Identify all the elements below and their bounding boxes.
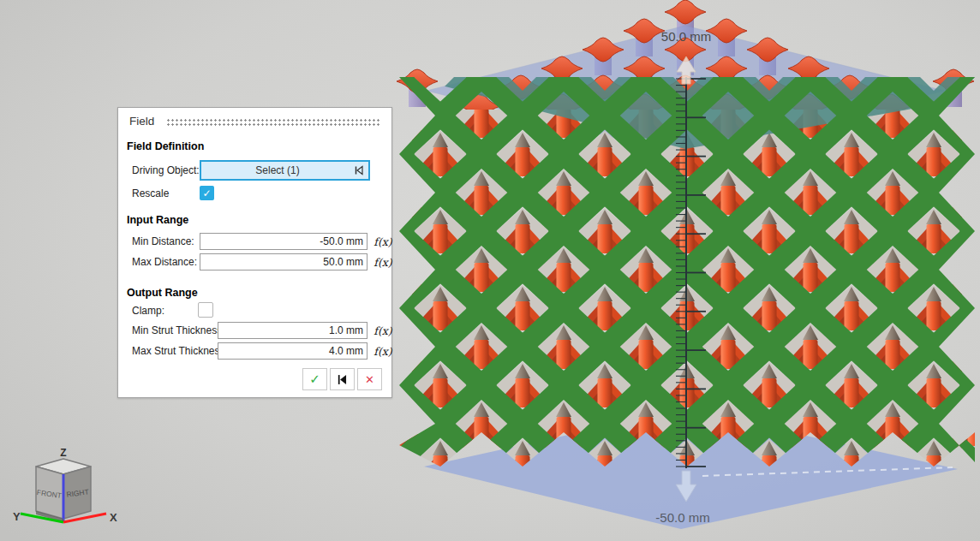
confirm-button[interactable]: ✓ bbox=[302, 368, 327, 390]
dialog-drag-strip[interactable] bbox=[166, 118, 381, 127]
clamp-label: Clamp: bbox=[132, 305, 164, 317]
cancel-button[interactable]: ✕ bbox=[357, 368, 382, 390]
skip-to-start-icon bbox=[354, 165, 366, 175]
section-input-range: Input Range bbox=[127, 214, 188, 226]
driving-object-label: Driving Object: bbox=[132, 164, 200, 176]
x-icon: ✕ bbox=[365, 373, 374, 386]
rescale-label: Rescale bbox=[132, 187, 169, 199]
check-icon: ✓ bbox=[309, 372, 320, 387]
min-strut-thickness-input[interactable] bbox=[218, 322, 368, 339]
min-distance-label: Min Distance: bbox=[132, 235, 194, 247]
skip-to-start-icon bbox=[337, 374, 348, 385]
max-distance-fx-button[interactable]: f(x) bbox=[372, 256, 394, 269]
max-strut-fx-button[interactable]: f(x) bbox=[372, 345, 394, 358]
ruler-top-label: 50.0 mm bbox=[661, 29, 711, 44]
max-strut-thickness-label: Max Strut Thickness: bbox=[132, 345, 228, 357]
section-output-range: Output Range bbox=[127, 287, 198, 299]
x-axis-label: X bbox=[110, 511, 117, 524]
clamp-checkbox[interactable] bbox=[198, 302, 213, 318]
max-distance-label: Max Distance: bbox=[132, 256, 197, 268]
section-field-definition: Field Definition bbox=[127, 140, 204, 152]
rescale-checkbox[interactable]: ✓ bbox=[200, 186, 214, 200]
view-cube[interactable]: FRONT RIGHT Z Y X bbox=[13, 447, 117, 524]
field-dialog: Field Field Definition Driving Object: S… bbox=[117, 107, 392, 398]
y-axis-label: Y bbox=[13, 510, 21, 523]
max-distance-input[interactable] bbox=[200, 253, 368, 270]
reset-button[interactable] bbox=[330, 368, 355, 390]
z-axis-label: Z bbox=[60, 447, 66, 459]
ruler-bottom-label: -50.0 mm bbox=[655, 510, 709, 525]
driving-object-select[interactable]: Select (1) bbox=[200, 160, 370, 181]
dialog-title: Field bbox=[129, 115, 154, 128]
min-distance-fx-button[interactable]: f(x) bbox=[372, 235, 394, 248]
max-strut-thickness-input[interactable] bbox=[218, 342, 368, 360]
min-strut-thickness-label: Min Strut Thickness: bbox=[132, 324, 224, 336]
min-strut-fx-button[interactable]: f(x) bbox=[372, 324, 394, 337]
min-distance-input[interactable] bbox=[200, 233, 368, 250]
driving-object-value: Select (1) bbox=[201, 164, 354, 176]
